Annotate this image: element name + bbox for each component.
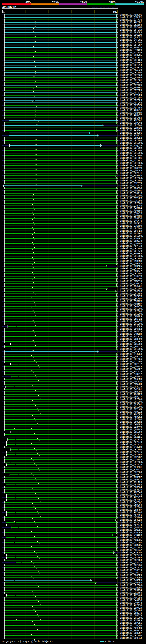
svg-text:UniRef100_A6YN73: UniRef100_A6YN73 — [120, 441, 142, 444]
svg-text:UniRef100_Q4PMC1: UniRef100_Q4PMC1 — [120, 388, 142, 391]
svg-text:UniRef100_A9NMS2: UniRef100_A9NMS2 — [120, 109, 142, 112]
svg-text:AV633272: AV633272 — [2, 6, 16, 9]
svg-text:UniRef100_B5DDE8: UniRef100_B5DDE8 — [120, 137, 142, 139]
svg-text:UniRef100_C1BSN0: UniRef100_C1BSN0 — [120, 587, 142, 589]
svg-text:UniRef100_C0NST9: UniRef100_C0NST9 — [120, 614, 142, 617]
svg-text:UniRef100_UPI000..: UniRef100_UPI000.. — [120, 154, 145, 157]
svg-text:UniRef100_UPI000..: UniRef100_UPI000.. — [120, 323, 145, 325]
svg-text:UniRef100_C1BXM3: UniRef100_C1BXM3 — [120, 260, 142, 262]
svg-text:UniRef100_C6T514: UniRef100_C6T514 — [120, 64, 142, 66]
svg-text:UniRef100_C4N159: UniRef100_C4N159 — [120, 534, 142, 536]
svg-text:UniRef100_A5DCK2: UniRef100_A5DCK2 — [120, 416, 142, 418]
svg-text:UniRef100_UPI000..: UniRef100_UPI000.. — [120, 310, 145, 313]
svg-text:UniRef100_UPI000..: UniRef100_UPI000.. — [120, 41, 145, 44]
svg-text:UniRef100_UPI000..: UniRef100_UPI000.. — [120, 124, 145, 127]
svg-text:UniRef100_Q3SAZ9: UniRef100_Q3SAZ9 — [120, 562, 142, 564]
svg-text:UniRef100_A9TG34: UniRef100_A9TG34 — [120, 92, 142, 94]
svg-text:UniRef100_C5FJ54: UniRef100_C5FJ54 — [120, 559, 142, 562]
svg-text:UniRef100_UPI000..: UniRef100_UPI000.. — [120, 258, 145, 260]
svg-text:UniRef100_A6YN69: UniRef100_A6YN69 — [120, 594, 142, 597]
svg-text:UniRef100_A0EZU1: UniRef100_A0EZU1 — [120, 190, 142, 192]
svg-text:UniRef100_A5DUF9: UniRef100_A5DUF9 — [120, 531, 142, 534]
svg-text:UniRef100_A9TGU7: UniRef100_A9TGU7 — [120, 97, 142, 99]
svg-text:UniRef100_B6DMH1: UniRef100_B6DMH1 — [120, 86, 142, 89]
svg-text:UniRef100_C1GP19: UniRef100_C1GP19 — [120, 569, 142, 572]
svg-text:UniRef100_B5MOQ8: UniRef100_B5MOQ8 — [120, 391, 142, 393]
svg-text:UniRef100_A9UDN7: UniRef100_A9UDN7 — [120, 476, 142, 478]
svg-text:UniRef100_Q4GXT7: UniRef100_Q4GXT7 — [120, 474, 142, 476]
svg-text:UniRef100_O76756: UniRef100_O76756 — [120, 217, 142, 220]
svg-text:UniRef100_UPI000..: UniRef100_UPI000.. — [120, 180, 145, 182]
svg-text:UniRef100_Q22AV0: UniRef100_Q22AV0 — [120, 426, 142, 428]
svg-text:UniRef100_UPI000..: UniRef100_UPI000.. — [120, 418, 145, 421]
svg-text:UniRef100_C6HE75: UniRef100_C6HE75 — [120, 612, 142, 614]
svg-text:UniRef100_Q5CWL2: UniRef100_Q5CWL2 — [120, 328, 142, 330]
svg-text:UniRef100_Q0CRA4: UniRef100_Q0CRA4 — [120, 637, 142, 640]
svg-text:UniRef100_B8CB96: UniRef100_B8CB96 — [120, 290, 142, 293]
svg-text:UniRef100_Q4N3P0: UniRef100_Q4N3P0 — [120, 579, 142, 582]
svg-text:UniRef100_Q6TXJ0: UniRef100_Q6TXJ0 — [120, 250, 142, 252]
svg-text:UniRef100_B8N3J9: UniRef100_B8N3J9 — [120, 630, 142, 632]
svg-text:UniRef100_A6YN65: UniRef100_A6YN65 — [120, 514, 142, 516]
svg-text:UniRef100_B7FP80: UniRef100_B7FP80 — [120, 471, 142, 474]
svg-text:UniRef100_C1MWW2: UniRef100_C1MWW2 — [120, 127, 142, 129]
svg-text:UniRef100_A8CWC1: UniRef100_A8CWC1 — [120, 285, 142, 288]
svg-text:UniRef100_B9N1Y6: UniRef100_B9N1Y6 — [120, 46, 142, 49]
svg-text:UniRef100_Q4P8Q2: UniRef100_Q4P8Q2 — [120, 501, 142, 504]
svg-text:UniRef100_B4PPI3: UniRef100_B4PPI3 — [120, 330, 142, 333]
svg-text:UniRef100_Q08069: UniRef100_Q08069 — [120, 76, 142, 79]
svg-text:UniRef100_UPI000..: UniRef100_UPI000.. — [120, 202, 145, 205]
svg-text:UniRef100_A9P8H4: UniRef100_A9P8H4 — [120, 62, 142, 64]
svg-text:UniRef100_Q1HRQ9: UniRef100_Q1HRQ9 — [120, 338, 142, 340]
svg-text:UniRef100_A7TDU2: UniRef100_A7TDU2 — [120, 542, 142, 544]
svg-text:UniRef100_A6YN68: UniRef100_A6YN68 — [120, 484, 142, 486]
svg-text:UniRef100_UPI000..: UniRef100_UPI000.. — [120, 348, 145, 350]
svg-text:(in Query)/: (in Query)/ — [20, 640, 35, 643]
svg-text:UniRef100_UPI000..: UniRef100_UPI000.. — [120, 162, 145, 164]
svg-text:UniRef100_A0CQF9: UniRef100_A0CQF9 — [120, 413, 142, 416]
svg-text:UniRef100_P48156: UniRef100_P48156 — [120, 599, 142, 602]
svg-text:UniRef100_UPI000..: UniRef100_UPI000.. — [120, 401, 145, 403]
svg-text:UniRef100_Q9CRJ5: UniRef100_Q9CRJ5 — [120, 350, 142, 353]
svg-text:UniRef100_A9NMR0: UniRef100_A9NMR0 — [120, 112, 142, 114]
svg-text:UniRef100_Q4UFS9: UniRef100_Q4UFS9 — [120, 582, 142, 584]
svg-text:UniRef100_Q5CMQ7: UniRef100_Q5CMQ7 — [120, 298, 142, 300]
svg-text:UniRef100_B6JZI0: UniRef100_B6JZI0 — [120, 489, 142, 491]
svg-text:UniRef100_C6T968: UniRef100_C6T968 — [120, 74, 142, 76]
svg-text:UniRef100_Q0TY34: UniRef100_Q0TY34 — [120, 433, 142, 436]
svg-text:UniRef100_Q6BFN7: UniRef100_Q6BFN7 — [120, 509, 142, 511]
svg-text:UniRef100_Q5KDJ7: UniRef100_Q5KDJ7 — [120, 270, 142, 272]
svg-text:UniRef100_A8N5N7: UniRef100_A8N5N7 — [120, 303, 142, 305]
svg-text:UniRef100_UPI000..: UniRef100_UPI000.. — [120, 255, 145, 258]
svg-text:UniRef100_UPI000..: UniRef100_UPI000.. — [120, 152, 145, 154]
svg-text:UniRef100_A6YN66: UniRef100_A6YN66 — [120, 511, 142, 514]
svg-text:UniRef100_Q6EE42: UniRef100_Q6EE42 — [120, 363, 142, 366]
svg-text:1: 1 — [3, 10, 5, 14]
svg-text:UniRef100_UPI000..: UniRef100_UPI000.. — [120, 448, 145, 451]
svg-text:UniRef100_A6YN75: UniRef100_A6YN75 — [120, 521, 142, 524]
svg-text:UniRef100_C0SFF9: UniRef100_C0SFF9 — [120, 574, 142, 576]
svg-text:UniRef100_Q90YR6: UniRef100_Q90YR6 — [120, 215, 142, 217]
svg-text:UniRef100_A6ZR58: UniRef100_A6ZR58 — [120, 604, 142, 607]
svg-text:UniRef100_Q8MLY8: UniRef100_Q8MLY8 — [120, 346, 142, 348]
svg-text:UniRef100_Q9P4Z0: UniRef100_Q9P4Z0 — [120, 607, 142, 609]
svg-text:UniRef100_Q3UA25: UniRef100_Q3UA25 — [120, 265, 142, 268]
svg-text:UniRef100_B3TM36: UniRef100_B3TM36 — [120, 19, 142, 21]
svg-text:UniRef100_A8NW35: UniRef100_A8NW35 — [120, 539, 142, 542]
svg-text:UniRef100_UPI000..: UniRef100_UPI000.. — [120, 506, 145, 509]
svg-text:UniRef100_Q5MIS3: UniRef100_Q5MIS3 — [120, 366, 142, 368]
svg-text:UniRef100_B4NK12: UniRef100_B4NK12 — [120, 373, 142, 376]
svg-text:UniRef100_Q84KP5: UniRef100_Q84KP5 — [120, 268, 142, 270]
svg-text:UniRef100_A2Q0S3: UniRef100_A2Q0S3 — [120, 187, 142, 190]
svg-text:UniRef100_Q2XPV9: UniRef100_Q2XPV9 — [120, 104, 142, 107]
svg-text:UniRef100_B9T7X5: UniRef100_B9T7X5 — [120, 84, 142, 86]
svg-text:UniRef100_A9NNT7: UniRef100_A9NNT7 — [120, 114, 142, 117]
svg-text:UniRef100_Q29C61: UniRef100_Q29C61 — [120, 403, 142, 406]
svg-text:UniRef100_B6AJF2: UniRef100_B6AJF2 — [120, 368, 142, 370]
svg-text:UniRef100_B4FGG1: UniRef100_B4FGG1 — [120, 39, 142, 41]
svg-text:Large gaps:: Large gaps: — [2, 640, 17, 643]
svg-text:UniRef100_Q7SYU0: UniRef100_Q7SYU0 — [120, 225, 142, 227]
svg-text:UniRef100_Q5DVI5: UniRef100_Q5DVI5 — [120, 212, 142, 215]
svg-text:UniRef100_A8E6A7: UniRef100_A8E6A7 — [120, 549, 142, 552]
svg-text:UniRef100_O14049: UniRef100_O14049 — [120, 458, 142, 461]
